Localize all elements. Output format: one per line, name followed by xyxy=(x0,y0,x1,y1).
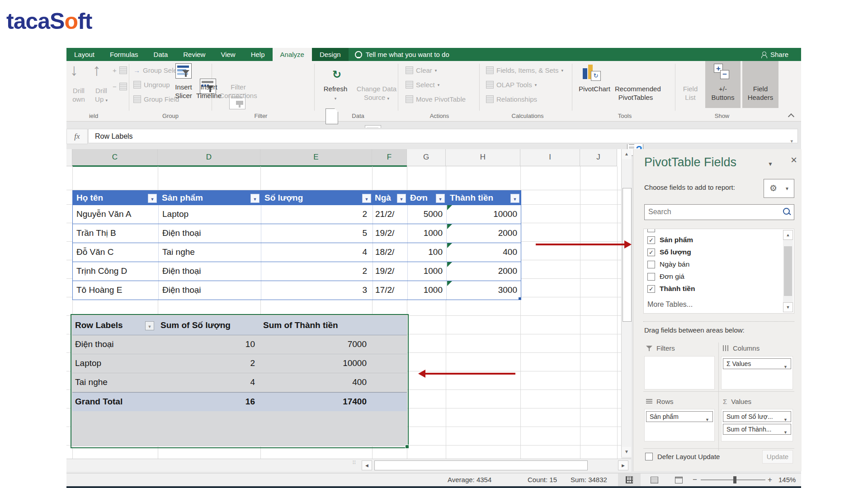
zoom-in-icon[interactable]: + xyxy=(768,475,772,484)
share-button[interactable]: Share xyxy=(761,48,788,61)
filter-dropdown-icon[interactable]: ▼ xyxy=(397,194,406,203)
fields-items-sets-button[interactable]: Fields, Items, & Sets▾ xyxy=(486,66,563,74)
table-resize-handle[interactable] xyxy=(519,297,521,300)
search-input[interactable]: Search xyxy=(644,204,794,220)
close-icon[interactable]: × xyxy=(791,155,797,165)
tab-layout[interactable]: Layout xyxy=(66,48,102,61)
horizontal-scroll-thumb[interactable] xyxy=(374,460,588,470)
select-button[interactable]: Select▾ xyxy=(406,81,439,89)
column-header-j[interactable]: J xyxy=(580,149,617,166)
horizontal-scrollbar[interactable]: ⁞⁞ ◄ ► xyxy=(66,459,631,472)
filter-dropdown-icon[interactable]: ▼ xyxy=(148,194,157,203)
collapse-field-button[interactable]: − xyxy=(113,83,127,90)
insert-slicer-button[interactable]: InsertSlicer xyxy=(171,83,196,100)
checkbox-unchecked-icon[interactable]: ✓ xyxy=(647,261,655,268)
column-header-f[interactable]: F xyxy=(372,149,407,166)
tab-help[interactable]: Help xyxy=(243,48,273,61)
pivotchart-button[interactable]: PivotChart xyxy=(576,84,613,93)
tab-analyze[interactable]: Analyze xyxy=(273,48,312,61)
normal-view-icon[interactable] xyxy=(651,477,658,483)
filter-dropdown-icon[interactable]: ▼ xyxy=(436,194,445,203)
tab-design[interactable]: Design xyxy=(312,48,349,61)
filter-dropdown-icon[interactable]: ▼ xyxy=(362,194,371,203)
field-item-so-luong[interactable]: ✓ Số lượng xyxy=(647,247,691,257)
column-header-i[interactable]: I xyxy=(520,149,580,166)
ungroup-button[interactable]: Ungroup xyxy=(133,81,170,89)
refresh-button[interactable]: Refresh▾ xyxy=(320,84,351,103)
field-item-san-pham[interactable]: ✓ Sản phẩm xyxy=(647,235,693,245)
expand-field-button[interactable]: + xyxy=(113,66,127,74)
table-row[interactable]: Tô Hoàng E Điện thoại 3 17/2/ 1000 3000 xyxy=(73,281,521,300)
columns-drop-area[interactable]: Σ Values▼ xyxy=(721,356,793,389)
column-header-e[interactable]: E xyxy=(260,149,372,166)
zoom-slider-thumb[interactable] xyxy=(733,476,736,483)
zoom-level[interactable]: 145% xyxy=(778,476,796,483)
filter-dropdown-icon[interactable]: ▼ xyxy=(510,194,519,203)
defer-layout-update[interactable]: ✓ Defer Layout Update xyxy=(645,453,720,460)
drill-up-button[interactable]: DrillUp ▾ xyxy=(90,86,113,105)
status-sum[interactable]: Sum: 34832 xyxy=(571,476,607,483)
tab-data[interactable]: Data xyxy=(146,48,176,61)
pane-resize-handle[interactable]: ⁞⁞ xyxy=(353,461,356,464)
status-count[interactable]: Count: 15 xyxy=(528,476,557,483)
formula-bar-expand-icon[interactable]: ▾ xyxy=(790,134,793,148)
filters-drop-area[interactable] xyxy=(644,356,715,389)
formula-input[interactable]: Row Labels ▾ xyxy=(88,129,798,143)
filter-dropdown-icon[interactable]: ▼ xyxy=(250,194,259,203)
scroll-down-icon[interactable]: ▼ xyxy=(783,302,793,312)
zoom-out-icon[interactable]: − xyxy=(693,475,697,484)
column-header-g[interactable]: G xyxy=(407,149,446,166)
filter-connections-button[interactable]: FilterConnections xyxy=(218,83,259,100)
field-item-thanh-tien[interactable]: ✓ Thành tiền xyxy=(647,284,695,294)
checkbox-checked-icon[interactable]: ✓ xyxy=(647,285,655,293)
columns-field-pill[interactable]: Σ Values▼ xyxy=(723,358,791,369)
checkbox-checked-icon[interactable]: ✓ xyxy=(647,236,655,244)
scroll-right-icon[interactable]: ► xyxy=(618,460,628,470)
vertical-scrollbar[interactable]: ▲ ▼ xyxy=(621,149,632,457)
more-tables-link[interactable]: More Tables... xyxy=(647,300,693,309)
rows-drop-area[interactable]: Sản phẩm▼ xyxy=(644,409,715,441)
relationships-button[interactable]: Relationships xyxy=(486,95,537,103)
checkbox-unchecked-icon[interactable]: ✓ xyxy=(647,273,655,281)
column-header-d[interactable]: D xyxy=(158,149,260,166)
tab-formulas[interactable]: Formulas xyxy=(102,48,146,61)
status-average[interactable]: Average: 4354 xyxy=(448,476,491,483)
tab-view[interactable]: View xyxy=(213,48,243,61)
scroll-up-icon[interactable]: ▲ xyxy=(783,230,793,240)
checkbox-checked-icon[interactable]: ✓ xyxy=(647,249,655,256)
update-button[interactable]: Update xyxy=(762,450,793,464)
table-row[interactable]: Đỗ Văn C Tai nghe 4 18/2/ 100 400 xyxy=(73,243,521,262)
drill-down-button[interactable]: Drillown xyxy=(67,86,90,103)
selection-fill-handle[interactable] xyxy=(405,445,409,449)
table-row[interactable]: Trần Thị B Điện thoại 5 19/2/ 1000 2000 xyxy=(73,224,521,243)
change-data-source-button[interactable]: Change DataSource ▾ xyxy=(356,84,397,103)
scroll-up-icon[interactable]: ▲ xyxy=(622,149,631,159)
olap-tools-button[interactable]: OLAP Tools▾ xyxy=(486,81,537,89)
clear-button[interactable]: Clear▾ xyxy=(406,66,437,74)
pane-options-icon[interactable]: ▼ xyxy=(768,161,773,167)
field-headers-button[interactable]: FieldHeaders xyxy=(745,84,776,102)
field-list-button[interactable]: FieldList xyxy=(679,84,702,102)
column-header-c[interactable]: C xyxy=(72,149,158,166)
vertical-scroll-thumb[interactable] xyxy=(623,188,632,322)
page-layout-view-icon[interactable] xyxy=(675,477,683,483)
column-header-h[interactable]: H xyxy=(446,149,520,166)
rows-field-pill[interactable]: Sản phẩm▼ xyxy=(646,411,713,422)
values-field-pill[interactable]: Sum of Thành...▼ xyxy=(723,424,791,435)
table-row[interactable]: Nguyễn Văn A Laptop 2 21/2/ 5000 10000 xyxy=(73,205,521,224)
values-drop-area[interactable]: Sum of Số lượ...▼ Sum of Thành...▼ xyxy=(721,409,793,441)
tab-review[interactable]: Review xyxy=(175,48,213,61)
tools-gear-button[interactable]: ⚙ ▼ xyxy=(764,179,794,198)
field-list-scrollbar[interactable]: ▲ ▼ xyxy=(783,230,793,312)
column-header-partial[interactable] xyxy=(66,149,72,166)
scroll-left-icon[interactable]: ◄ xyxy=(362,460,372,470)
collapse-ribbon-icon[interactable] xyxy=(788,113,794,120)
recommended-pivottables-button[interactable]: RecommendedPivotTables xyxy=(615,84,656,102)
table-row[interactable]: Trịnh Công D Điện thoại 2 19/2/ 1000 200… xyxy=(73,262,521,281)
values-field-pill[interactable]: Sum of Số lượ...▼ xyxy=(723,411,791,422)
field-item-don-gia[interactable]: ✓ Đơn giá xyxy=(647,272,684,282)
move-pivottable-button[interactable]: Move PivotTable xyxy=(406,95,466,103)
tell-me-box[interactable]: Tell me what you want to do xyxy=(349,48,449,61)
field-item-ngay-ban[interactable]: ✓ Ngày bán xyxy=(647,259,689,269)
fx-icon[interactable]: fx xyxy=(66,129,88,144)
